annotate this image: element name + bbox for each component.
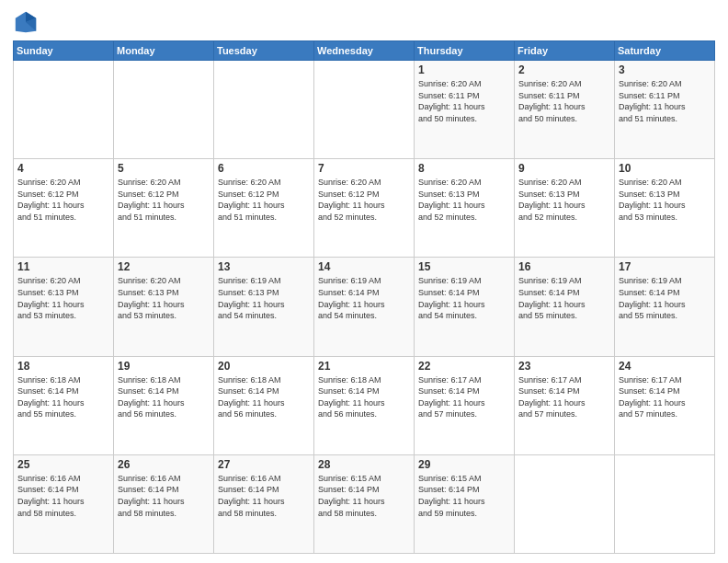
day-cell <box>314 61 415 159</box>
day-number: 3 <box>619 63 711 76</box>
header <box>13 9 715 35</box>
day-info: Sunrise: 6:20 AM Sunset: 6:13 PM Dayligh… <box>418 177 510 223</box>
day-info: Sunrise: 6:20 AM Sunset: 6:11 PM Dayligh… <box>619 78 711 124</box>
day-number: 5 <box>118 162 210 175</box>
day-cell: 26Sunrise: 6:16 AM Sunset: 6:14 PM Dayli… <box>114 454 214 553</box>
day-info: Sunrise: 6:18 AM Sunset: 6:14 PM Dayligh… <box>318 374 410 420</box>
day-number: 19 <box>118 360 210 373</box>
day-number: 20 <box>218 360 310 373</box>
day-number: 17 <box>619 260 711 273</box>
calendar-table: SundayMondayTuesdayWednesdayThursdayFrid… <box>13 40 715 554</box>
day-number: 22 <box>418 360 510 373</box>
day-cell: 27Sunrise: 6:16 AM Sunset: 6:14 PM Dayli… <box>214 454 314 553</box>
day-cell: 2Sunrise: 6:20 AM Sunset: 6:11 PM Daylig… <box>515 61 615 159</box>
day-info: Sunrise: 6:19 AM Sunset: 6:14 PM Dayligh… <box>318 275 410 321</box>
day-info: Sunrise: 6:17 AM Sunset: 6:14 PM Dayligh… <box>418 374 510 420</box>
day-number: 2 <box>518 63 610 76</box>
day-number: 23 <box>518 360 610 373</box>
day-number: 10 <box>619 162 711 175</box>
day-info: Sunrise: 6:20 AM Sunset: 6:13 PM Dayligh… <box>17 275 109 321</box>
week-row-1: 4Sunrise: 6:20 AM Sunset: 6:12 PM Daylig… <box>14 159 715 258</box>
day-cell: 6Sunrise: 6:20 AM Sunset: 6:12 PM Daylig… <box>214 159 314 258</box>
day-cell: 28Sunrise: 6:15 AM Sunset: 6:14 PM Dayli… <box>314 454 415 553</box>
day-info: Sunrise: 6:16 AM Sunset: 6:14 PM Dayligh… <box>17 473 109 519</box>
weekday-header-friday: Friday <box>515 41 615 61</box>
weekday-header-tuesday: Tuesday <box>214 41 314 61</box>
day-info: Sunrise: 6:16 AM Sunset: 6:14 PM Dayligh… <box>118 473 210 519</box>
day-info: Sunrise: 6:15 AM Sunset: 6:14 PM Dayligh… <box>418 473 510 519</box>
day-info: Sunrise: 6:20 AM Sunset: 6:12 PM Dayligh… <box>118 177 210 223</box>
day-info: Sunrise: 6:20 AM Sunset: 6:12 PM Dayligh… <box>218 177 310 223</box>
day-info: Sunrise: 6:15 AM Sunset: 6:14 PM Dayligh… <box>318 473 410 519</box>
day-info: Sunrise: 6:19 AM Sunset: 6:14 PM Dayligh… <box>518 275 610 321</box>
day-info: Sunrise: 6:20 AM Sunset: 6:13 PM Dayligh… <box>619 177 711 223</box>
day-cell: 9Sunrise: 6:20 AM Sunset: 6:13 PM Daylig… <box>515 159 615 258</box>
day-cell <box>615 454 715 553</box>
week-row-4: 25Sunrise: 6:16 AM Sunset: 6:14 PM Dayli… <box>14 454 715 553</box>
day-cell: 24Sunrise: 6:17 AM Sunset: 6:14 PM Dayli… <box>615 356 715 454</box>
day-number: 12 <box>118 260 210 273</box>
week-row-3: 18Sunrise: 6:18 AM Sunset: 6:14 PM Dayli… <box>14 356 715 454</box>
day-cell: 18Sunrise: 6:18 AM Sunset: 6:14 PM Dayli… <box>14 356 114 454</box>
day-number: 27 <box>218 458 310 471</box>
weekday-header-wednesday: Wednesday <box>314 41 415 61</box>
weekday-header-thursday: Thursday <box>415 41 515 61</box>
day-cell: 11Sunrise: 6:20 AM Sunset: 6:13 PM Dayli… <box>14 258 114 356</box>
day-info: Sunrise: 6:20 AM Sunset: 6:12 PM Dayligh… <box>318 177 410 223</box>
day-cell: 29Sunrise: 6:15 AM Sunset: 6:14 PM Dayli… <box>415 454 515 553</box>
weekday-header-sunday: Sunday <box>14 41 114 61</box>
day-info: Sunrise: 6:17 AM Sunset: 6:14 PM Dayligh… <box>619 374 711 420</box>
day-number: 7 <box>318 162 410 175</box>
day-info: Sunrise: 6:19 AM Sunset: 6:14 PM Dayligh… <box>418 275 510 321</box>
day-cell: 15Sunrise: 6:19 AM Sunset: 6:14 PM Dayli… <box>415 258 515 356</box>
day-number: 25 <box>17 458 109 471</box>
weekday-header-saturday: Saturday <box>615 41 715 61</box>
day-number: 28 <box>318 458 410 471</box>
day-cell <box>14 61 114 159</box>
day-cell: 23Sunrise: 6:17 AM Sunset: 6:14 PM Dayli… <box>515 356 615 454</box>
day-cell: 4Sunrise: 6:20 AM Sunset: 6:12 PM Daylig… <box>14 159 114 258</box>
day-info: Sunrise: 6:20 AM Sunset: 6:11 PM Dayligh… <box>518 78 610 124</box>
day-info: Sunrise: 6:18 AM Sunset: 6:14 PM Dayligh… <box>118 374 210 420</box>
day-cell: 21Sunrise: 6:18 AM Sunset: 6:14 PM Dayli… <box>314 356 415 454</box>
day-cell: 19Sunrise: 6:18 AM Sunset: 6:14 PM Dayli… <box>114 356 214 454</box>
day-cell: 25Sunrise: 6:16 AM Sunset: 6:14 PM Dayli… <box>14 454 114 553</box>
logo <box>13 9 42 35</box>
day-info: Sunrise: 6:19 AM Sunset: 6:13 PM Dayligh… <box>218 275 310 321</box>
day-number: 1 <box>418 63 510 76</box>
weekday-header-monday: Monday <box>114 41 214 61</box>
day-cell: 5Sunrise: 6:20 AM Sunset: 6:12 PM Daylig… <box>114 159 214 258</box>
day-cell: 12Sunrise: 6:20 AM Sunset: 6:13 PM Dayli… <box>114 258 214 356</box>
day-cell: 13Sunrise: 6:19 AM Sunset: 6:13 PM Dayli… <box>214 258 314 356</box>
day-info: Sunrise: 6:16 AM Sunset: 6:14 PM Dayligh… <box>218 473 310 519</box>
weekday-row: SundayMondayTuesdayWednesdayThursdayFrid… <box>14 41 715 61</box>
day-cell: 14Sunrise: 6:19 AM Sunset: 6:14 PM Dayli… <box>314 258 415 356</box>
day-info: Sunrise: 6:20 AM Sunset: 6:13 PM Dayligh… <box>118 275 210 321</box>
day-cell <box>515 454 615 553</box>
day-number: 4 <box>17 162 109 175</box>
day-cell: 22Sunrise: 6:17 AM Sunset: 6:14 PM Dayli… <box>415 356 515 454</box>
day-cell: 3Sunrise: 6:20 AM Sunset: 6:11 PM Daylig… <box>615 61 715 159</box>
day-number: 29 <box>418 458 510 471</box>
week-row-2: 11Sunrise: 6:20 AM Sunset: 6:13 PM Dayli… <box>14 258 715 356</box>
day-number: 11 <box>17 260 109 273</box>
day-cell: 8Sunrise: 6:20 AM Sunset: 6:13 PM Daylig… <box>415 159 515 258</box>
day-number: 16 <box>518 260 610 273</box>
day-cell <box>214 61 314 159</box>
day-number: 8 <box>418 162 510 175</box>
day-info: Sunrise: 6:17 AM Sunset: 6:14 PM Dayligh… <box>518 374 610 420</box>
day-info: Sunrise: 6:20 AM Sunset: 6:12 PM Dayligh… <box>17 177 109 223</box>
day-number: 24 <box>619 360 711 373</box>
day-number: 15 <box>418 260 510 273</box>
week-row-0: 1Sunrise: 6:20 AM Sunset: 6:11 PM Daylig… <box>14 61 715 159</box>
day-number: 21 <box>318 360 410 373</box>
page: SundayMondayTuesdayWednesdayThursdayFrid… <box>0 0 728 563</box>
day-number: 13 <box>218 260 310 273</box>
day-cell: 17Sunrise: 6:19 AM Sunset: 6:14 PM Dayli… <box>615 258 715 356</box>
calendar-header: SundayMondayTuesdayWednesdayThursdayFrid… <box>14 41 715 61</box>
day-info: Sunrise: 6:18 AM Sunset: 6:14 PM Dayligh… <box>17 374 109 420</box>
day-cell: 20Sunrise: 6:18 AM Sunset: 6:14 PM Dayli… <box>214 356 314 454</box>
day-info: Sunrise: 6:20 AM Sunset: 6:11 PM Dayligh… <box>418 78 510 124</box>
day-number: 6 <box>218 162 310 175</box>
day-number: 9 <box>518 162 610 175</box>
